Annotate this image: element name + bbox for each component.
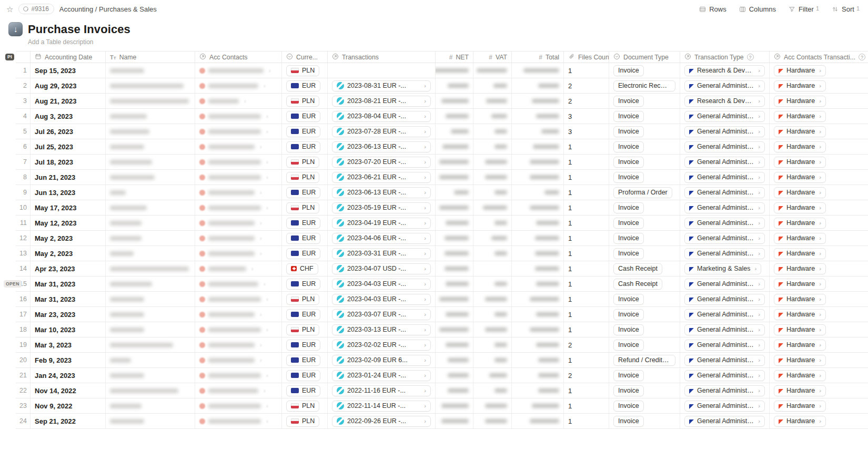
- accounting-date-cell[interactable]: Aug 29, 2023: [31, 78, 106, 93]
- help-icon[interactable]: ?: [747, 54, 754, 60]
- total-cell[interactable]: [512, 139, 564, 154]
- name-cell[interactable]: [106, 292, 195, 306]
- chevron-right-icon[interactable]: ›: [424, 144, 426, 150]
- chevron-right-icon[interactable]: ›: [819, 296, 821, 302]
- accounting-date-cell[interactable]: Sep 21, 2022: [31, 414, 106, 428]
- acc-contacts-transaction-cell[interactable]: Hardware›: [770, 139, 868, 154]
- transaction-link-pill[interactable]: 2023-01-24 EUR -...›: [332, 370, 431, 381]
- document-type-tag[interactable]: Invoice: [613, 416, 644, 427]
- net-cell[interactable]: [436, 124, 473, 139]
- document-type-tag[interactable]: Invoice: [613, 96, 644, 107]
- document-type-cell[interactable]: Invoice: [609, 246, 680, 261]
- currency-cell[interactable]: EUR: [282, 216, 328, 230]
- total-cell[interactable]: [512, 261, 564, 276]
- acc-contacts-transaction-cell[interactable]: Hardware›: [770, 337, 868, 352]
- currency-tag[interactable]: EUR: [286, 218, 320, 229]
- help-icon[interactable]: ?: [859, 54, 865, 60]
- accounting-date-cell[interactable]: Nov 14, 2022: [31, 383, 106, 398]
- vat-cell[interactable]: [473, 78, 512, 93]
- files-count-cell[interactable]: 1: [564, 139, 609, 154]
- document-type-cell[interactable]: Invoice: [609, 414, 680, 428]
- document-type-cell[interactable]: Refund / Credit Note: [609, 353, 680, 367]
- currency-cell[interactable]: PLN: [282, 170, 328, 184]
- currency-cell[interactable]: EUR: [282, 353, 328, 367]
- name-cell[interactable]: [106, 383, 195, 398]
- files-count-cell[interactable]: 1: [564, 155, 609, 169]
- column-header-files[interactable]: Files Count: [564, 52, 609, 63]
- transaction-type-pill[interactable]: General Administration›: [684, 157, 765, 168]
- total-cell[interactable]: [512, 307, 564, 322]
- document-type-tag[interactable]: Cash Receipt: [613, 279, 662, 290]
- vat-cell[interactable]: [473, 322, 512, 337]
- column-header-contacts[interactable]: Acc Contacts: [195, 52, 282, 63]
- transactions-cell[interactable]: 2023-08-31 EUR -...›: [328, 78, 436, 93]
- total-cell[interactable]: [512, 63, 564, 78]
- transaction-link-pill[interactable]: 2023-04-07 USD -...›: [332, 263, 431, 274]
- chevron-right-icon[interactable]: ›: [758, 250, 760, 257]
- chevron-right-icon[interactable]: ›: [819, 403, 821, 409]
- acc-contacts-transaction-cell[interactable]: Hardware›: [770, 63, 868, 78]
- name-cell[interactable]: [106, 322, 195, 337]
- accounting-date-cell[interactable]: May 17, 2023: [31, 200, 106, 215]
- currency-cell[interactable]: EUR: [282, 368, 328, 383]
- total-cell[interactable]: [512, 368, 564, 383]
- transaction-link-pill[interactable]: 2023-05-19 EUR -...›: [332, 202, 431, 213]
- currency-tag[interactable]: EUR: [286, 248, 320, 259]
- open-row-button[interactable]: OPEN: [4, 280, 22, 288]
- transaction-link-pill[interactable]: 2023-06-13 EUR -...›: [332, 187, 431, 198]
- name-cell[interactable]: [106, 246, 195, 261]
- transaction-type-pill[interactable]: General Administration›: [684, 111, 765, 122]
- transaction-type-cell[interactable]: General Administration›: [680, 216, 770, 230]
- transactions-cell[interactable]: [328, 63, 436, 78]
- chevron-right-icon[interactable]: ›: [819, 418, 821, 424]
- chevron-right-icon[interactable]: ›: [819, 372, 821, 378]
- chevron-right-icon[interactable]: ›: [424, 83, 426, 89]
- transaction-type-pill[interactable]: General Administration›: [684, 324, 765, 335]
- chevron-right-icon[interactable]: ›: [819, 387, 821, 394]
- total-cell[interactable]: [512, 353, 564, 367]
- transactions-cell[interactable]: 2022-11-14 EUR -...›: [328, 398, 436, 413]
- transaction-type-cell[interactable]: Research & Developm...›: [680, 63, 770, 78]
- total-cell[interactable]: [512, 398, 564, 413]
- accounting-date-cell[interactable]: Nov 9, 2022: [31, 398, 106, 413]
- accounting-date-cell[interactable]: Mar 23, 2023: [31, 307, 106, 322]
- name-cell[interactable]: [106, 155, 195, 169]
- document-type-tag[interactable]: Invoice: [613, 294, 644, 305]
- total-cell[interactable]: [512, 337, 564, 352]
- name-cell[interactable]: [106, 261, 195, 276]
- transactions-cell[interactable]: 2023-08-21 EUR -...›: [328, 94, 436, 108]
- chevron-right-icon[interactable]: ›: [819, 235, 821, 241]
- name-cell[interactable]: [106, 216, 195, 230]
- acc-contacts-transaction-cell[interactable]: Hardware›: [770, 185, 868, 200]
- chevron-right-icon[interactable]: ›: [424, 250, 426, 257]
- net-cell[interactable]: [436, 216, 473, 230]
- chevron-right-icon[interactable]: ›: [424, 403, 426, 409]
- transaction-type-cell[interactable]: General Administration›: [680, 398, 770, 413]
- chevron-right-icon[interactable]: ›: [819, 113, 821, 119]
- net-cell[interactable]: [436, 307, 473, 322]
- chevron-right-icon[interactable]: ›: [758, 342, 760, 348]
- document-type-tag[interactable]: Invoice: [613, 309, 644, 320]
- document-type-tag[interactable]: Invoice: [613, 401, 644, 412]
- transaction-link-pill[interactable]: 2022-09-26 EUR -...›: [332, 416, 431, 427]
- acc-contacts-transaction-pill[interactable]: Hardware›: [774, 416, 826, 427]
- vat-cell[interactable]: [473, 94, 512, 108]
- document-type-cell[interactable]: Invoice: [609, 398, 680, 413]
- acc-contacts-transaction-cell[interactable]: Hardware›: [770, 368, 868, 383]
- transaction-type-pill[interactable]: General Administration›: [684, 202, 765, 213]
- transaction-type-cell[interactable]: General Administration›: [680, 368, 770, 383]
- transactions-cell[interactable]: 2023-03-31 EUR -...›: [328, 246, 436, 261]
- transaction-link-pill[interactable]: 2023-08-31 EUR -...›: [332, 80, 431, 91]
- name-cell[interactable]: [106, 231, 195, 245]
- document-type-cell[interactable]: Cash Receipt: [609, 261, 680, 276]
- acc-contacts-transaction-pill[interactable]: Hardware›: [774, 263, 826, 274]
- chevron-right-icon[interactable]: ›: [424, 113, 426, 119]
- acc-contacts-cell[interactable]: ›: [195, 124, 282, 139]
- vat-cell[interactable]: [473, 307, 512, 322]
- acc-contacts-transaction-pill[interactable]: Hardware›: [774, 80, 826, 91]
- chevron-right-icon[interactable]: ›: [758, 281, 760, 287]
- vat-cell[interactable]: [473, 231, 512, 245]
- currency-cell[interactable]: PLN: [282, 63, 328, 78]
- transaction-type-cell[interactable]: General Administration›: [680, 383, 770, 398]
- transactions-cell[interactable]: 2022-09-26 EUR -...›: [328, 414, 436, 428]
